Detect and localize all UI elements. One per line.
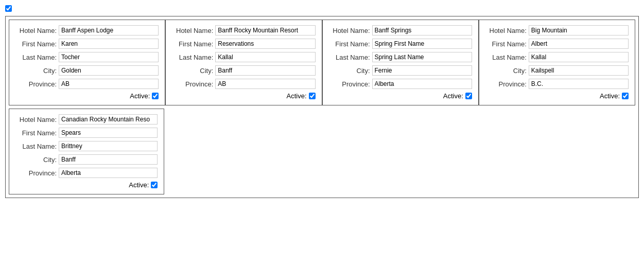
input-last_name[interactable]: [59, 141, 158, 151]
label-province: Province:: [172, 80, 213, 88]
label-province: Province:: [15, 169, 57, 177]
input-city[interactable]: [215, 65, 315, 76]
active-checkbox[interactable]: [622, 93, 629, 99]
active-checkbox[interactable]: [151, 182, 158, 188]
input-city[interactable]: [59, 154, 158, 165]
active-text: Active:: [600, 92, 620, 100]
active-checkbox[interactable]: [152, 93, 159, 99]
cards-container: Hotel Name:First Name:Last Name:City:Pro…: [5, 16, 639, 198]
card-row-hotel_name: Hotel Name:: [485, 25, 629, 35]
active-checkbox[interactable]: [465, 93, 472, 99]
top-bar: [5, 5, 639, 12]
card-r2-0: Hotel Name:First Name:Last Name:City:Pro…: [9, 109, 164, 194]
card-row-hotel_name: Hotel Name:: [172, 25, 315, 35]
row2-spacer: [164, 109, 635, 194]
label-city: City:: [485, 67, 527, 75]
input-first_name[interactable]: [59, 39, 159, 49]
input-last_name[interactable]: [372, 52, 472, 62]
input-hotel_name[interactable]: [59, 114, 158, 124]
card-row-last_name: Last Name:: [172, 52, 315, 62]
card-row-province: Province:: [329, 79, 472, 89]
label-last_name: Last Name:: [15, 143, 57, 150]
input-city[interactable]: [59, 65, 159, 76]
card-row-last_name: Last Name:: [485, 52, 629, 62]
label-province: Province:: [485, 80, 527, 88]
card-row-first_name: First Name:: [172, 39, 315, 49]
input-hotel_name[interactable]: [372, 25, 472, 35]
input-hotel_name[interactable]: [59, 25, 159, 35]
input-first_name[interactable]: [372, 39, 472, 49]
cards-row-1: Hotel Name:First Name:Last Name:City:Pro…: [9, 20, 635, 105]
input-city[interactable]: [529, 65, 629, 76]
label-first_name: First Name:: [15, 40, 57, 48]
card-row-last_name: Last Name:: [329, 52, 472, 62]
card-row-city: City:: [329, 65, 472, 76]
label-last_name: Last Name:: [15, 54, 57, 61]
card-row-hotel_name: Hotel Name:: [15, 114, 158, 124]
card-row-city: City:: [15, 154, 158, 165]
active-text: Active:: [129, 181, 149, 189]
active-label[interactable]: Active:: [286, 92, 315, 100]
label-last_name: Last Name:: [172, 54, 213, 61]
input-province[interactable]: [59, 168, 158, 178]
input-first_name[interactable]: [215, 39, 315, 49]
input-city[interactable]: [372, 65, 472, 76]
cards-row-2: Hotel Name:First Name:Last Name:City:Pro…: [9, 109, 635, 194]
label-last_name: Last Name:: [485, 54, 527, 61]
input-last_name[interactable]: [529, 52, 629, 62]
input-province[interactable]: [59, 79, 159, 89]
show-only-active-label[interactable]: [5, 5, 14, 12]
card-footer: Active:: [329, 92, 472, 100]
card-row-city: City:: [15, 65, 159, 76]
active-text: Active:: [130, 92, 150, 100]
card-row-last_name: Last Name:: [15, 52, 159, 62]
card-footer: Active:: [172, 92, 315, 100]
card-row-first_name: First Name:: [485, 39, 629, 49]
card-row-hotel_name: Hotel Name:: [329, 25, 472, 35]
input-first_name[interactable]: [529, 39, 629, 49]
label-hotel_name: Hotel Name:: [172, 27, 213, 34]
label-hotel_name: Hotel Name:: [485, 27, 527, 34]
card-row-city: City:: [485, 65, 629, 76]
label-first_name: First Name:: [329, 40, 370, 48]
label-hotel_name: Hotel Name:: [15, 27, 57, 34]
input-hotel_name[interactable]: [529, 25, 629, 35]
label-first_name: First Name:: [15, 129, 57, 137]
input-first_name[interactable]: [59, 128, 158, 138]
label-city: City:: [172, 67, 213, 75]
label-hotel_name: Hotel Name:: [329, 27, 370, 34]
input-last_name[interactable]: [215, 52, 315, 62]
card-row-province: Province:: [15, 168, 158, 178]
card-r1-0: Hotel Name:First Name:Last Name:City:Pro…: [9, 20, 165, 105]
active-text: Active:: [443, 92, 463, 100]
active-checkbox[interactable]: [309, 93, 316, 99]
input-hotel_name[interactable]: [215, 25, 315, 35]
input-province[interactable]: [215, 79, 315, 89]
active-label[interactable]: Active:: [129, 181, 158, 189]
card-row-first_name: First Name:: [329, 39, 472, 49]
card-footer: Active:: [15, 92, 159, 100]
card-row-first_name: First Name:: [15, 39, 159, 49]
active-label[interactable]: Active:: [600, 92, 629, 100]
label-city: City:: [15, 156, 57, 164]
card-row-city: City:: [172, 65, 315, 76]
card-row-last_name: Last Name:: [15, 141, 158, 151]
input-last_name[interactable]: [59, 52, 159, 62]
card-r1-1: Hotel Name:First Name:Last Name:City:Pro…: [165, 20, 322, 105]
label-province: Province:: [329, 80, 370, 88]
active-text: Active:: [286, 92, 306, 100]
label-city: City:: [329, 67, 370, 75]
card-row-hotel_name: Hotel Name:: [15, 25, 159, 35]
card-row-first_name: First Name:: [15, 128, 158, 138]
label-last_name: Last Name:: [329, 54, 370, 61]
card-row-province: Province:: [172, 79, 315, 89]
card-footer: Active:: [15, 181, 158, 189]
input-province[interactable]: [529, 79, 629, 89]
show-only-active-checkbox[interactable]: [5, 5, 12, 12]
active-label[interactable]: Active:: [130, 92, 159, 100]
card-row-province: Province:: [15, 79, 159, 89]
card-r1-2: Hotel Name:First Name:Last Name:City:Pro…: [322, 20, 479, 105]
card-r1-3: Hotel Name:First Name:Last Name:City:Pro…: [479, 20, 635, 105]
active-label[interactable]: Active:: [443, 92, 472, 100]
input-province[interactable]: [372, 79, 472, 89]
